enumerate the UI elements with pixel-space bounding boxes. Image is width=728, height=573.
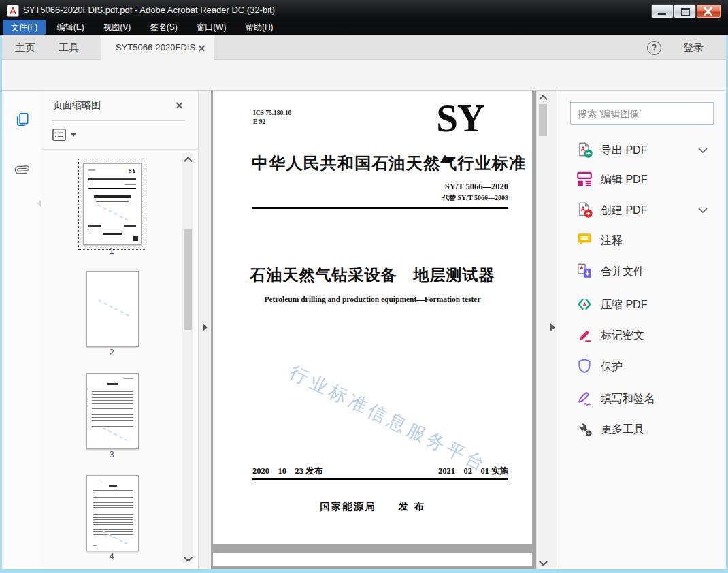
tool-combine-files[interactable]: 合并文件 [557,259,727,284]
replaces-note: 代替 SY/T 5066—2008 [442,193,508,203]
horizontal-rule [252,478,508,480]
scrollbar-thumb[interactable] [539,104,547,136]
window-border [0,35,2,573]
tool-redact[interactable]: 标记密文 [557,323,727,348]
chevron-down-icon[interactable] [698,148,708,153]
document-title-en: Petroleum drilling and production equipm… [213,295,532,304]
divider [41,149,198,150]
tool-label: 压缩 PDF [601,293,647,317]
tab-tools[interactable]: 工具 [59,35,79,60]
main-toolbar: / 15 50.9% [0,60,728,91]
create-pdf-icon [576,201,593,218]
ics-classification: ICS 75.180.10 E 92 [253,109,291,127]
divider [52,120,185,121]
menu-view[interactable]: 视图(V) [95,20,139,35]
protect-shield-icon [576,357,593,375]
chevron-down-icon[interactable] [698,208,708,213]
login-button[interactable]: 登录 [683,35,704,60]
sy-logo: SY [436,99,484,137]
document-tab-label: SYT5066-2020FDIS... [116,35,203,60]
thumbnails-scrollbar[interactable] [182,153,193,563]
help-icon[interactable]: ? [647,41,661,55]
page-thumbnails-icon[interactable] [14,112,30,127]
acrobat-reader-window: { "window": { "title": "SYT5066-2020FDIS… [0,0,728,573]
thumbnail-label: 4 [83,551,140,561]
minimize-button[interactable] [651,4,674,18]
thumbnail-label: 1 [83,246,140,256]
left-panel-gutter [199,91,211,569]
scroll-down-icon[interactable] [539,557,548,566]
tools-search-input[interactable] [570,102,714,125]
tab-bar: 主页 工具 SYT5066-2020FDIS... ? 登录 [0,35,728,60]
tool-comment[interactable]: 注释 [557,229,727,253]
tool-label: 合并文件 [601,259,644,284]
document-title-cn: 石油天然气钻采设备 地层测试器 [213,265,532,286]
thumbnail-page-4[interactable] [86,475,139,551]
title-bar: SYT5066-2020FDIS.pdf.pdf - Adobe Acrobat… [0,0,728,35]
tool-create-pdf[interactable]: 创建 PDF [557,198,727,223]
menu-window[interactable]: 窗口(W) [188,20,234,35]
acrobat-pdf-icon [7,5,19,17]
edit-pdf-icon [576,170,593,188]
tool-edit-pdf[interactable]: 编辑 PDF [557,167,727,192]
tool-label: 创建 PDF [601,198,647,223]
tool-label: 导出 PDF [601,138,647,163]
issue-date: 2020—10—23 发布 [252,465,322,477]
menu-bar: 文件(F) 编辑(E) 视图(V) 签名(S) 窗口(W) 帮助(H) [3,20,282,35]
tool-label: 填写和签名 [601,387,655,411]
options-caret[interactable] [71,133,76,137]
collapse-left-panel-arrow[interactable] [203,323,208,331]
thumbnail-page-1[interactable]: SY [83,163,142,245]
tab-home[interactable]: 主页 [15,35,35,60]
tool-label: 标记密文 [601,323,644,348]
document-tab[interactable]: SYT5066-2020FDIS... [101,35,214,60]
standard-number: SY/T 5066—2020 [445,182,508,192]
fill-sign-pen-icon [576,389,593,407]
thumbnail-label: 3 [83,449,140,459]
attachments-paperclip-icon[interactable] [12,160,33,180]
page-thumbnails-panel: 页面缩略图 SY 1 2 3 4 [41,91,199,569]
window-title: SYT5066-2020FDIS.pdf.pdf - Adobe Acrobat… [23,0,275,20]
comment-bubble-icon [576,231,593,249]
implement-date: 2021—02—01 实施 [438,465,508,477]
tool-label: 更多工具 [601,417,644,442]
tool-export-pdf[interactable]: 导出 PDF [557,138,727,163]
panel-close-icon[interactable] [176,101,183,109]
pdf-page-1: ICS 75.180.10 E 92 SY 中华人民共和国石油天然气行业标准 S… [213,91,532,544]
scroll-up-icon[interactable] [539,95,548,103]
menu-file[interactable]: 文件(F) [3,20,46,35]
collapse-right-panel-arrow[interactable] [550,323,555,331]
tab-close-icon[interactable] [198,44,205,52]
scrollbar-thumb[interactable] [184,229,192,330]
tool-label: 注释 [601,229,623,253]
standard-header: 中华人民共和国石油天然气行业标准 [252,152,526,174]
tool-more-tools[interactable]: 更多工具 [557,417,727,442]
watermark-text: 行业标准信息服务平台 [285,360,491,478]
document-canvas[interactable]: ICS 75.180.10 E 92 SY 中华人民共和国石油天然气行业标准 S… [211,91,536,569]
window-border [0,569,728,573]
tool-fill-sign[interactable]: 填写和签名 [557,387,727,411]
thumbnail-page-2[interactable] [86,271,139,347]
thumb-sy-logo: SY [129,167,137,174]
menu-edit[interactable]: 编辑(E) [49,20,93,35]
panel-title: 页面缩略图 [53,99,101,112]
tool-compress-pdf[interactable]: 压缩 PDF [557,293,727,317]
pdf-page-2-top [213,553,532,566]
tools-panel: 导出 PDF 编辑 PDF 创建 PDF 注释 合并文件 压缩 PDF [557,91,726,569]
document-scrollbar[interactable] [536,91,548,569]
right-panel-gutter [548,91,557,569]
publisher-line: 国家能源局 发 布 [213,500,532,513]
thumbnail-label: 2 [83,347,140,357]
tool-label: 编辑 PDF [601,167,647,192]
menu-help[interactable]: 帮助(H) [237,20,282,35]
navigation-pane-strip [2,91,41,569]
compress-pdf-icon [576,295,593,313]
tool-protect[interactable]: 保护 [557,355,727,379]
menu-sign[interactable]: 签名(S) [142,20,186,35]
close-button[interactable] [696,4,721,18]
combine-files-icon [576,262,593,280]
thumbnail-page-3[interactable] [86,373,139,449]
restore-button[interactable] [674,4,696,18]
wrench-plus-icon [576,420,593,438]
horizontal-rule [252,207,508,209]
